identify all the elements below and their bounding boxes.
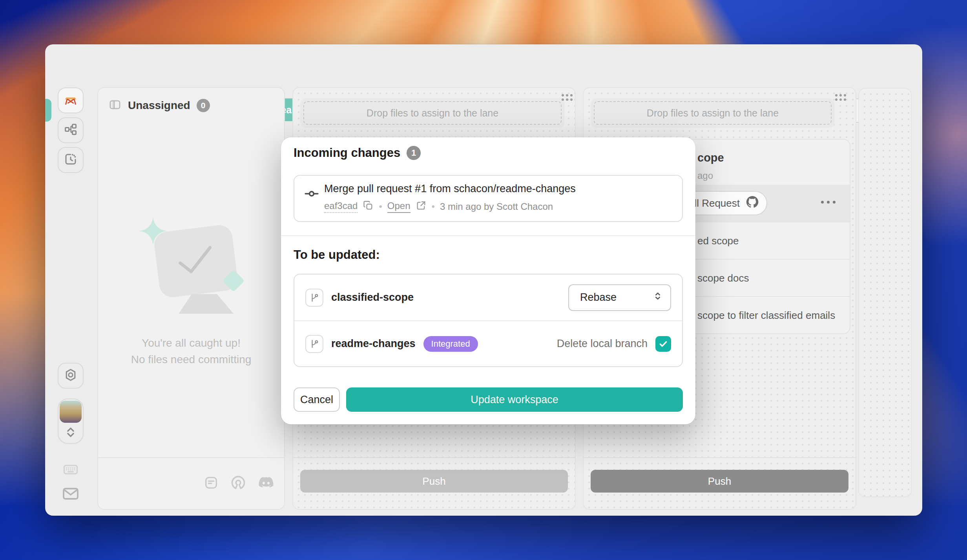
github-icon (745, 195, 759, 212)
account-switcher[interactable] (58, 398, 84, 444)
monitor-shape (153, 224, 239, 298)
commit-sha[interactable]: eaf3cad (324, 200, 358, 213)
lane2-drop-hint: Drop files to assign to the lane (594, 101, 832, 125)
unassigned-header: Unassigned 0 (98, 88, 284, 113)
delete-local-branch-label: Delete local branch (557, 338, 648, 350)
branch-name: classified-scope (331, 291, 414, 304)
update-workspace-button[interactable]: Update workspace (346, 387, 683, 412)
lane1-drop-zone[interactable]: Drop files to assign to the lane (300, 98, 565, 128)
to-be-updated-title: To be updated: (294, 248, 380, 262)
feedback-button[interactable] (60, 484, 81, 505)
lane2-drop-zone[interactable]: Drop files to assign to the lane (591, 98, 835, 128)
branch-card-title: cope (697, 151, 724, 164)
select-chevrons-icon (652, 291, 663, 304)
empty-state-illustration (136, 217, 246, 335)
integrated-badge: Integrated (423, 336, 478, 352)
to-be-updated-list: classified-scope Rebase (294, 274, 683, 367)
incoming-commit-card: Merge pull request #1 from schacon/readm… (294, 175, 683, 222)
unassigned-count-badge: 0 (197, 99, 210, 112)
unassigned-title: Unassigned (128, 99, 190, 112)
branches-icon (64, 122, 78, 138)
update-action-select[interactable]: Rebase (568, 284, 671, 311)
lane2-push-button[interactable]: Push (591, 470, 848, 493)
branch-row-classified-scope: classified-scope Rebase (294, 275, 682, 320)
sidebar-item-history[interactable] (58, 147, 84, 173)
empty-state-line1: You're all caught up! (142, 335, 241, 351)
settings-button[interactable] (58, 363, 84, 389)
empty-state-line2: No files need committing (131, 351, 252, 368)
keyboard-icon (61, 461, 80, 480)
lane1-drag-handle[interactable] (562, 94, 573, 101)
sidebar-item-branches[interactable] (58, 117, 84, 143)
sidebar-item-workspace[interactable] (58, 87, 84, 113)
commit-meta: eaf3cad • Open (324, 200, 553, 213)
lane-3 (858, 88, 912, 497)
modal-title-row: Incoming changes 1 (294, 146, 421, 160)
branch-row-readme-changes: readme-changes Integrated Delete local b… (294, 320, 682, 366)
keyboard-shortcuts-button[interactable] (59, 461, 82, 480)
split-panel-icon (108, 98, 122, 113)
commit-message: Merge pull request #1 from schacon/readm… (324, 183, 576, 195)
cancel-button[interactable]: Cancel (294, 387, 340, 412)
modal-divider (281, 235, 695, 236)
pr-open-link[interactable]: Open (387, 200, 411, 213)
lane1-footer: Push (293, 457, 575, 509)
commit-author-time: 3 min ago by Scott Chacon (440, 201, 553, 212)
external-link-icon[interactable] (416, 200, 427, 213)
desktop: 3 min ago 1 upstream commits dataroom Ac… (0, 0, 967, 560)
settings-gear-icon (64, 368, 78, 384)
delete-local-branch-checkbox[interactable] (655, 336, 671, 352)
app-window: 3 min ago 1 upstream commits dataroom Ac… (45, 44, 922, 516)
workspace-icon (63, 92, 78, 109)
branch-card-time: ago (697, 170, 713, 181)
incoming-count-badge: 1 (407, 146, 421, 160)
modal-buttons: Cancel Update workspace (294, 387, 683, 412)
open-source-icon[interactable] (230, 475, 246, 493)
chevron-up-down-icon (64, 424, 77, 442)
avatar (60, 401, 82, 423)
discord-icon[interactable] (257, 474, 275, 493)
mail-icon (61, 484, 80, 505)
empty-state: You're all caught up! No files need comm… (98, 217, 284, 368)
lane2-drag-handle[interactable] (835, 94, 846, 101)
history-icon (64, 152, 78, 168)
branch-icon (305, 335, 323, 353)
commit-icon (304, 186, 319, 203)
unassigned-footer (98, 457, 284, 509)
branch-icon (305, 289, 323, 307)
branch-menu-button[interactable] (821, 201, 836, 204)
incoming-changes-modal: Incoming changes 1 Merge pull request #1… (281, 137, 695, 424)
unassigned-panel: Unassigned 0 (97, 87, 285, 510)
modal-title: Incoming changes (294, 146, 400, 160)
monitor-stand-shape (179, 294, 234, 314)
changelog-icon[interactable] (203, 475, 219, 492)
copy-icon[interactable] (363, 200, 374, 213)
branch-name: readme-changes (331, 338, 416, 350)
lane1-drop-hint: Drop files to assign to the lane (303, 101, 562, 125)
lane1-push-button[interactable]: Push (300, 470, 568, 493)
lane2-footer: Push (584, 457, 856, 509)
active-view-indicator (45, 99, 51, 122)
